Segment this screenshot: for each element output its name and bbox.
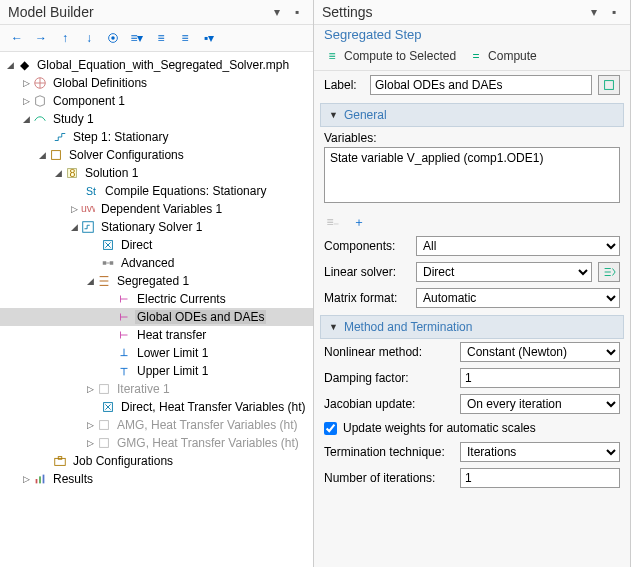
tree-component1[interactable]: ▷Component 1 <box>0 92 313 110</box>
tree-advanced[interactable]: Advanced <box>0 254 313 272</box>
tree-iterative1[interactable]: ▷Iterative 1 <box>0 380 313 398</box>
stat-solver-icon <box>80 219 96 235</box>
tree-results[interactable]: ▷Results <box>0 470 313 488</box>
minimize-icon[interactable]: ▾ <box>269 4 285 20</box>
variables-label: Variables: <box>324 131 620 145</box>
svg-text:uvw: uvw <box>81 202 95 214</box>
svg-rect-10 <box>103 261 107 265</box>
tree-solver-config[interactable]: ◢Solver Configurations <box>0 146 313 164</box>
svg-rect-8 <box>83 222 94 233</box>
collapse-button[interactable]: ≡▾ <box>128 29 146 47</box>
svg-rect-15 <box>100 439 109 448</box>
termination-technique-select[interactable]: Iterations <box>460 442 620 462</box>
matrix-format-label: Matrix format: <box>324 291 410 305</box>
label-row: Label: <box>314 71 630 99</box>
number-iterations-label: Number of iterations: <box>324 471 454 485</box>
svg-rect-21 <box>605 81 614 90</box>
nonlinear-method-row: Nonlinear method: Constant (Newton) <box>314 339 630 365</box>
variables-list[interactable]: State variable V_applied (comp1.ODE1) <box>324 147 620 203</box>
tree-compile-equations[interactable]: StCompile Equations: Stationary <box>0 182 313 200</box>
lower-limit-icon <box>116 345 132 361</box>
expand1-button[interactable]: ≡ <box>152 29 170 47</box>
settings-actions: ≡Compute to Selected =Compute <box>314 44 630 71</box>
segregated-icon <box>96 273 112 289</box>
globe-icon <box>32 75 48 91</box>
add-var-button[interactable]: ＋ <box>350 213 368 231</box>
model-builder-title: Model Builder <box>8 4 94 20</box>
damping-factor-input[interactable] <box>460 368 620 388</box>
tree-global-definitions[interactable]: ▷Global Definitions <box>0 74 313 92</box>
direct-icon <box>100 237 116 253</box>
section-method-header[interactable]: ▼ Method and Termination <box>320 315 624 339</box>
section-general-header[interactable]: ▼ General <box>320 103 624 127</box>
job-icon <box>52 453 68 469</box>
tree-solution1[interactable]: ◢8Solution 1 <box>0 164 313 182</box>
tree-direct-ht[interactable]: Direct, Heat Transfer Variables (ht) <box>0 398 313 416</box>
settings-header: Settings ▾ ▪ <box>314 0 630 25</box>
back-button[interactable]: ← <box>8 29 26 47</box>
down-button[interactable]: ↓ <box>80 29 98 47</box>
panel-menu-icon[interactable]: ▪ <box>606 4 622 20</box>
panel-menu-icon[interactable]: ▪ <box>289 4 305 20</box>
number-iterations-input[interactable] <box>460 468 620 488</box>
tree-amg-ht[interactable]: ▷AMG, Heat Transfer Variables (ht) <box>0 416 313 434</box>
model-builder-toolbar: ← → ↑ ↓ ≡▾ ≡ ≡ ▪▾ <box>0 25 313 52</box>
linear-solver-select[interactable]: Direct <box>416 262 592 282</box>
svg-rect-18 <box>36 479 38 483</box>
depvar-icon: uvw <box>80 201 96 217</box>
tree-gmg-ht[interactable]: ▷GMG, Heat Transfer Variables (ht) <box>0 434 313 452</box>
svg-rect-14 <box>100 421 109 430</box>
svg-point-1 <box>111 36 115 40</box>
show-button[interactable] <box>104 29 122 47</box>
tree-job-config[interactable]: Job Configurations <box>0 452 313 470</box>
solution-icon: 8 <box>64 165 80 181</box>
section-general-body: Variables: State variable V_applied (com… <box>314 127 630 207</box>
variables-toolbar: ≡₋ ＋ <box>314 207 630 233</box>
tree-seg-electric-currents[interactable]: Electric Currents <box>0 290 313 308</box>
amg-icon <box>96 417 112 433</box>
update-weights-checkbox[interactable] <box>324 422 337 435</box>
tree-seg-heat-transfer[interactable]: Heat transfer <box>0 326 313 344</box>
nonlinear-method-select[interactable]: Constant (Newton) <box>460 342 620 362</box>
jacobian-update-select[interactable]: On every iteration <box>460 394 620 414</box>
components-label: Components: <box>324 239 410 253</box>
tree-root[interactable]: ◢◆Global_Equation_with_Segregated_Solver… <box>0 56 313 74</box>
advanced-icon <box>100 255 116 271</box>
tree-dependent-vars[interactable]: ▷uvwDependent Variables 1 <box>0 200 313 218</box>
tree-seg-upper-limit[interactable]: Upper Limit 1 <box>0 362 313 380</box>
tree-segregated1[interactable]: ◢Segregated 1 <box>0 272 313 290</box>
more-button[interactable]: ▪▾ <box>200 29 218 47</box>
tree-direct[interactable]: Direct <box>0 236 313 254</box>
forward-button[interactable]: → <box>32 29 50 47</box>
minimize-icon[interactable]: ▾ <box>586 4 602 20</box>
up-button[interactable]: ↑ <box>56 29 74 47</box>
svg-rect-3 <box>52 151 61 160</box>
settings-panel: Settings ▾ ▪ Segregated Step ≡Compute to… <box>314 0 631 567</box>
expand2-button[interactable]: ≡ <box>176 29 194 47</box>
compute-button[interactable]: =Compute <box>468 48 537 64</box>
seg-step-icon <box>116 291 132 307</box>
compute-sel-icon: ≡ <box>324 48 340 64</box>
model-builder-header: Model Builder ▾ ▪ <box>0 0 313 25</box>
update-weights-label: Update weights for automatic scales <box>343 421 536 435</box>
svg-rect-19 <box>39 476 41 483</box>
results-icon <box>32 471 48 487</box>
tree-seg-global-odes[interactable]: Global ODEs and DAEs <box>0 308 313 326</box>
components-select[interactable]: All <box>416 236 620 256</box>
seg-step-icon <box>116 327 132 343</box>
compute-to-selected-button[interactable]: ≡Compute to Selected <box>324 48 456 64</box>
label-input[interactable] <box>370 75 592 95</box>
model-builder-panel: Model Builder ▾ ▪ ← → ↑ ↓ ≡▾ ≡ ≡ ▪▾ ◢◆Gl… <box>0 0 314 567</box>
label-link-button[interactable] <box>598 75 620 95</box>
linear-solver-goto-button[interactable] <box>598 262 620 282</box>
settings-title: Settings <box>322 4 373 20</box>
tree-seg-lower-limit[interactable]: Lower Limit 1 <box>0 344 313 362</box>
tree-study1[interactable]: ◢Study 1 <box>0 110 313 128</box>
remove-var-button[interactable]: ≡₋ <box>324 213 342 231</box>
model-tree[interactable]: ◢◆Global_Equation_with_Segregated_Solver… <box>0 52 313 567</box>
tree-stationary-solver[interactable]: ◢Stationary Solver 1 <box>0 218 313 236</box>
section-method-title: Method and Termination <box>344 320 473 334</box>
matrix-format-select[interactable]: Automatic <box>416 288 620 308</box>
upper-limit-icon <box>116 363 132 379</box>
tree-step1[interactable]: Step 1: Stationary <box>0 128 313 146</box>
